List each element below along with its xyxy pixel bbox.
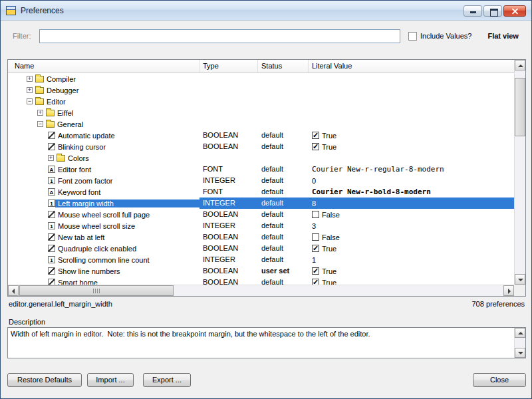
tree-row[interactable]: 1Mouse wheel scroll sizeINTEGERdefault3 bbox=[8, 220, 514, 231]
tree-row[interactable]: 1Left margin widthINTEGERdefault8 bbox=[8, 198, 514, 209]
description-scroll-up-icon[interactable] bbox=[515, 328, 525, 338]
tree-row[interactable]: −General bbox=[8, 118, 514, 130]
row-value-text: True bbox=[322, 132, 336, 140]
row-name-cell: Smart home bbox=[8, 277, 200, 285]
export-button[interactable]: Export ... bbox=[143, 373, 191, 387]
expand-icon[interactable]: + bbox=[27, 87, 33, 93]
tree-row[interactable]: Blinking cursorBOOLEANdefaultTrue bbox=[8, 141, 514, 152]
row-literal-value: True bbox=[309, 130, 514, 141]
tree-row[interactable]: +Debugger bbox=[8, 84, 514, 96]
description-scrollbar[interactable] bbox=[514, 328, 525, 358]
checked-checkbox-icon[interactable] bbox=[312, 245, 319, 252]
expand-icon[interactable]: + bbox=[48, 155, 54, 161]
row-status: default bbox=[258, 130, 309, 141]
row-type: FONT bbox=[200, 164, 258, 175]
row-label: Left margin width bbox=[55, 200, 200, 207]
tree-row[interactable]: +Compiler bbox=[8, 73, 514, 84]
row-status bbox=[258, 118, 309, 130]
include-values-checkbox[interactable] bbox=[408, 32, 417, 41]
tree-indent bbox=[8, 90, 27, 90]
include-values-label: Include Values? bbox=[420, 32, 471, 40]
row-status: default bbox=[258, 209, 309, 220]
tree-indent bbox=[8, 169, 48, 170]
tree-indent bbox=[8, 146, 48, 147]
preferences-icon bbox=[6, 6, 16, 15]
filter-input[interactable] bbox=[39, 29, 400, 43]
tree-row[interactable]: Show line numbersBOOLEANuser setTrue bbox=[8, 265, 514, 277]
row-label: Show line numbers bbox=[55, 267, 200, 275]
tree-indent bbox=[8, 237, 48, 237]
row-type: INTEGER bbox=[200, 175, 258, 186]
collapse-icon[interactable]: − bbox=[37, 121, 43, 127]
close-button[interactable]: Close bbox=[473, 373, 526, 387]
window-controls bbox=[464, 5, 526, 17]
column-header-type[interactable]: Type bbox=[200, 60, 258, 72]
tree-row[interactable]: 1Scrolling common line countINTEGERdefau… bbox=[8, 254, 514, 265]
row-literal-value: True bbox=[309, 277, 514, 285]
row-label: Eiffel bbox=[55, 109, 200, 117]
flat-view-button[interactable]: Flat view bbox=[487, 32, 518, 40]
row-label: Automatic update bbox=[55, 132, 200, 140]
row-type bbox=[200, 107, 258, 118]
row-label: Mouse wheel scroll size bbox=[55, 222, 200, 230]
tree-indent bbox=[8, 203, 48, 203]
close-window-button[interactable] bbox=[503, 5, 526, 17]
horizontal-scroll-thumb[interactable] bbox=[19, 285, 174, 296]
row-status: default bbox=[258, 198, 309, 209]
tree-row[interactable]: +Colors bbox=[8, 152, 514, 164]
row-value-text: False bbox=[322, 211, 340, 219]
scroll-up-icon[interactable] bbox=[515, 60, 525, 70]
restore-defaults-button[interactable]: Restore Defaults bbox=[7, 373, 82, 387]
boolean-icon bbox=[48, 132, 55, 139]
row-label: General bbox=[55, 120, 200, 128]
expand-icon[interactable]: + bbox=[37, 110, 43, 116]
column-header-status[interactable]: Status bbox=[258, 60, 309, 72]
description-text: Width of left margin in editor. Note: th… bbox=[11, 329, 511, 338]
scroll-left-icon[interactable] bbox=[8, 285, 19, 296]
expand-icon[interactable]: + bbox=[27, 76, 33, 82]
column-header-literal-value[interactable]: Literal Value bbox=[309, 60, 514, 72]
row-type bbox=[200, 152, 258, 164]
row-literal-value: False bbox=[309, 231, 514, 243]
row-literal-value: 0 bbox=[309, 175, 514, 186]
row-label: Keyword font bbox=[55, 188, 200, 196]
selected-preference-path: editor.general.left_margin_width bbox=[9, 300, 112, 308]
checked-checkbox-icon[interactable] bbox=[312, 143, 319, 150]
row-type bbox=[200, 96, 258, 107]
vertical-scroll-thumb[interactable] bbox=[515, 78, 525, 136]
maximize-button[interactable] bbox=[483, 5, 502, 17]
unchecked-checkbox-icon[interactable] bbox=[312, 233, 319, 241]
row-status: user set bbox=[258, 265, 309, 277]
tree-row[interactable]: Smart homeBOOLEANdefaultTrue bbox=[8, 277, 514, 285]
tree-row[interactable]: +Eiffel bbox=[8, 107, 514, 118]
folder-icon bbox=[35, 87, 44, 94]
minimize-button[interactable] bbox=[464, 5, 482, 17]
tree-row[interactable]: Quadruple click enabledBOOLEANdefaultTru… bbox=[8, 243, 514, 254]
tree-row[interactable]: Automatic updateBOOLEANdefaultTrue bbox=[8, 130, 514, 141]
description-scroll-down-icon[interactable] bbox=[515, 348, 525, 358]
vertical-scrollbar[interactable] bbox=[514, 60, 525, 285]
checked-checkbox-icon[interactable] bbox=[312, 279, 319, 285]
tree-row[interactable]: AEditor fontFONTdefaultCourier New-r-reg… bbox=[8, 164, 514, 175]
row-literal-value bbox=[309, 107, 514, 118]
tree-row[interactable]: Mouse wheel scroll full pageBOOLEANdefau… bbox=[8, 209, 514, 220]
tree-row[interactable]: 1Font zoom factorINTEGERdefault0 bbox=[8, 175, 514, 186]
row-name-cell: 1Mouse wheel scroll size bbox=[8, 220, 200, 231]
row-value-text: False bbox=[322, 233, 340, 241]
import-button[interactable]: Import ... bbox=[87, 373, 134, 387]
description-box: Width of left margin in editor. Note: th… bbox=[7, 327, 526, 358]
tree-row[interactable]: AKeyword fontFONTdefaultCourier New-r-bo… bbox=[8, 186, 514, 198]
title-bar[interactable]: Preferences bbox=[1, 1, 531, 21]
checked-checkbox-icon[interactable] bbox=[312, 267, 319, 275]
tree-row[interactable]: −Editor bbox=[8, 96, 514, 107]
collapse-icon[interactable]: − bbox=[27, 98, 33, 104]
unchecked-checkbox-icon[interactable] bbox=[312, 211, 319, 218]
tree-row[interactable]: New tab at leftBOOLEANdefaultFalse bbox=[8, 231, 514, 243]
scroll-down-icon[interactable] bbox=[515, 274, 525, 285]
horizontal-scrollbar[interactable] bbox=[8, 285, 514, 296]
checked-checkbox-icon[interactable] bbox=[312, 132, 319, 139]
status-row: editor.general.left_margin_width 708 pre… bbox=[9, 300, 525, 311]
scroll-right-icon[interactable] bbox=[503, 285, 514, 296]
row-literal-value bbox=[309, 118, 514, 130]
column-header-name[interactable]: Name bbox=[8, 60, 200, 72]
